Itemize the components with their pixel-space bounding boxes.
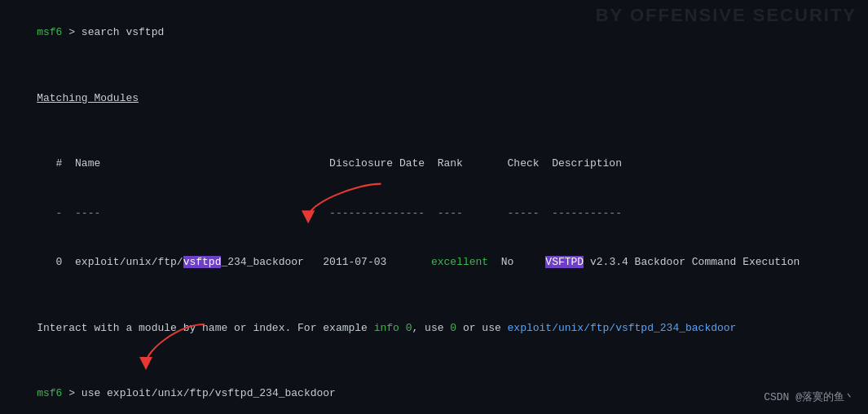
col-name: Name — [75, 157, 329, 170]
col-check: Check — [508, 157, 553, 170]
arrow-1 — [302, 175, 408, 232]
col-date: Disclosure Date — [329, 157, 438, 170]
line-blank-3 — [11, 287, 857, 303]
col-num: # — [37, 157, 75, 170]
prompt-msf6: msf6 — [37, 26, 62, 38]
matching-modules-header: Matching Modules — [11, 74, 857, 123]
vsftpd-highlight-1: vsftpd — [183, 256, 222, 268]
terminal: BY OFFENSIVE SECURITY msf6 > search vsft… — [0, 0, 868, 414]
col-rank: Rank — [438, 157, 508, 170]
table-row-0: 0 exploit/unix/ftp/vsftpd_234_backdoor 2… — [11, 238, 857, 287]
vsftpd-highlight-desc: VSFTPD — [545, 256, 584, 268]
line-blank-1 — [11, 57, 857, 73]
line-1: msf6 > search vsftpd — [11, 8, 857, 57]
line-blank-2 — [11, 123, 857, 139]
table-dashes: - ---- --------------- ---- ----- ------… — [11, 189, 857, 238]
arrow-2 — [139, 318, 245, 383]
col-desc: Description — [552, 157, 622, 170]
table-header: # Name Disclosure Date Rank Check Descri… — [11, 139, 857, 188]
watermark: CSDN @落寞的鱼丶 — [764, 390, 855, 404]
